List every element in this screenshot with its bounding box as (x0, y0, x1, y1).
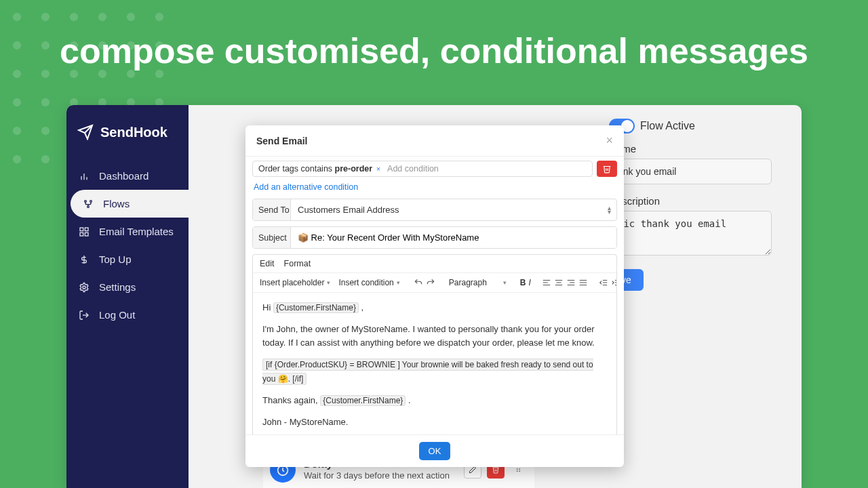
chevron-down-icon: ▾ (327, 279, 330, 286)
modal-close-button[interactable]: × (606, 134, 613, 148)
sidebar-item-top-up[interactable]: Top Up (66, 245, 189, 273)
outdent-button[interactable] (599, 276, 608, 289)
indent-icon (611, 278, 617, 287)
placeholder-token: {Customer.FirstName} (320, 395, 406, 406)
svg-point-3 (85, 200, 87, 202)
align-right-icon (566, 278, 576, 287)
logout-icon (79, 310, 90, 321)
conditional-block: [if {Order.ProductSKU} = BROWNIE ] Your … (262, 359, 593, 384)
italic-icon: I (529, 278, 531, 287)
conditions-input[interactable]: Order tags contains pre-order × Add cond… (252, 161, 593, 177)
add-alternative-condition-link[interactable]: Add an alternative condition (252, 180, 359, 199)
flow-active-row: Flow Active (609, 119, 785, 134)
sidebar-item-label: Log Out (99, 309, 135, 321)
insert-condition-dropdown[interactable]: Insert condition▾ (336, 277, 402, 289)
svg-point-11 (83, 286, 85, 289)
send-to-row: Send To Customers Email Address ▴▾ (252, 199, 617, 221)
sidebar-item-label: Settings (99, 281, 136, 293)
sidebar-item-label: Flows (103, 198, 130, 209)
svg-rect-6 (80, 228, 83, 231)
sidebar-item-label: Dashboard (99, 170, 149, 182)
subject-label: Subject (253, 227, 291, 248)
condition-chip[interactable]: Order tags contains pre-order × (258, 164, 380, 174)
chevron-updown-icon: ▴▾ (608, 206, 611, 214)
add-condition-placeholder: Add condition (387, 164, 439, 174)
flow-name-label: Name (609, 143, 785, 155)
flow-description-input[interactable] (609, 211, 772, 256)
flow-icon (83, 199, 94, 209)
placeholder-token: {Customer.FirstName} (273, 302, 359, 313)
menu-format[interactable]: Format (284, 259, 311, 268)
menu-edit[interactable]: Edit (260, 259, 275, 268)
editor-toolbar: Insert placeholder▾ Insert condition▾ Pa… (253, 273, 616, 293)
outdent-icon (599, 278, 608, 287)
flow-active-label: Flow Active (640, 120, 695, 132)
remove-chip-icon[interactable]: × (376, 165, 380, 173)
undo-button[interactable] (414, 276, 423, 289)
send-email-modal: Send Email × Order tags contains pre-ord… (245, 125, 624, 467)
subject-row: Subject (252, 226, 617, 249)
chevron-down-icon: ▾ (503, 279, 507, 286)
svg-point-4 (90, 200, 92, 202)
align-left-icon (542, 278, 551, 287)
bar-chart-icon (79, 171, 90, 182)
subject-input[interactable] (291, 227, 616, 248)
sidebar-item-flows[interactable]: Flows (71, 190, 189, 218)
modal-footer: OK (245, 434, 624, 467)
sidebar-item-dashboard[interactable]: Dashboard (66, 162, 189, 190)
bold-icon: B (520, 278, 526, 287)
rich-text-editor: Edit Format Insert placeholder▾ Insert c… (252, 254, 617, 434)
svg-rect-8 (80, 232, 83, 236)
sidebar-item-email-templates[interactable]: Email Templates (66, 218, 189, 245)
editor-content[interactable]: Hi {Customer.FirstName} , I'm John, the … (253, 293, 616, 434)
align-justify-icon (578, 278, 588, 287)
brand-name: SendHook (100, 125, 167, 140)
svg-rect-9 (85, 232, 88, 236)
delete-conditions-button[interactable] (597, 161, 617, 177)
sidebar: SendHook Dashboard Flows Email Templates… (66, 105, 189, 488)
sidebar-item-label: Email Templates (99, 226, 174, 237)
paragraph-dropdown[interactable]: Paragraph▾ (446, 277, 509, 289)
brand: SendHook (66, 105, 189, 157)
indent-button[interactable] (611, 276, 617, 289)
dollar-icon (79, 254, 90, 265)
flow-name-input[interactable] (609, 159, 772, 184)
gear-icon (79, 282, 90, 293)
send-to-select[interactable]: Customers Email Address ▴▾ (291, 199, 616, 220)
flow-settings-panel: Flow Active Name Description ve (609, 119, 785, 291)
align-right-button[interactable] (566, 276, 576, 289)
sidebar-item-log-out[interactable]: Log Out (66, 301, 189, 329)
undo-icon (414, 278, 423, 287)
page-headline: compose customised, conditional messages (0, 30, 868, 71)
nav: Dashboard Flows Email Templates Top Up S… (66, 162, 189, 329)
send-to-label: Send To (253, 199, 291, 220)
chevron-down-icon: ▾ (397, 279, 400, 286)
insert-placeholder-dropdown[interactable]: Insert placeholder▾ (257, 277, 333, 289)
modal-body: Order tags contains pre-order × Add cond… (245, 157, 624, 434)
redo-icon (426, 278, 435, 287)
align-center-button[interactable] (554, 276, 564, 289)
align-justify-button[interactable] (578, 276, 588, 289)
modal-header: Send Email × (245, 125, 624, 157)
delay-subtitle: Wait for 3 days before the next action (304, 470, 450, 481)
paper-plane-icon (77, 124, 94, 140)
sidebar-item-label: Top Up (99, 253, 132, 265)
editor-menubar: Edit Format (253, 255, 616, 273)
modal-title: Send Email (256, 136, 307, 146)
align-left-button[interactable] (542, 276, 551, 289)
templates-icon (79, 226, 90, 237)
sidebar-item-settings[interactable]: Settings (66, 273, 189, 301)
redo-button[interactable] (426, 276, 435, 289)
svg-point-5 (87, 205, 90, 207)
italic-button[interactable]: I (529, 276, 531, 289)
bold-button[interactable]: B (520, 276, 526, 289)
flow-description-label: Description (609, 195, 785, 207)
ok-button[interactable]: OK (419, 442, 451, 460)
align-center-icon (554, 278, 564, 287)
svg-rect-7 (85, 228, 88, 231)
trash-icon (602, 164, 612, 174)
